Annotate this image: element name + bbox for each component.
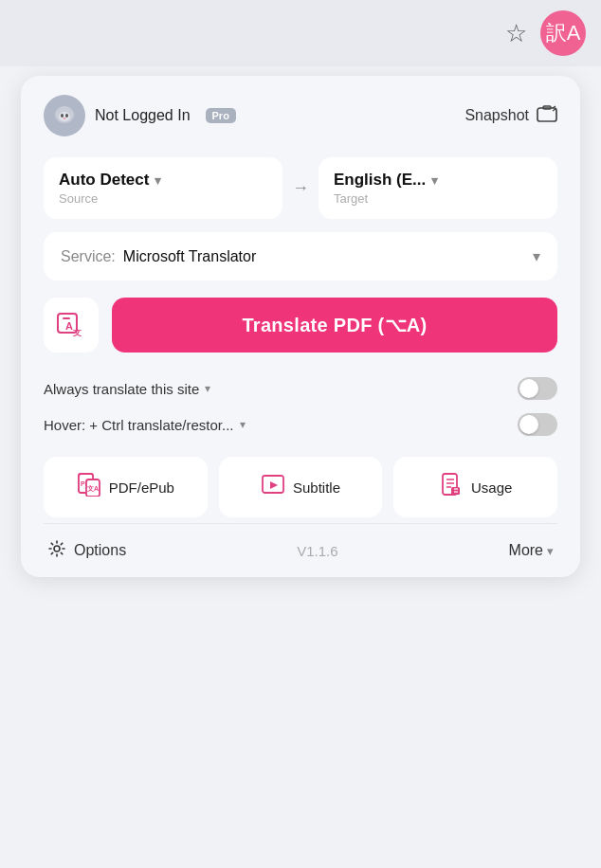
always-translate-toggle[interactable] [518, 377, 557, 400]
arrow-right-icon: → [292, 178, 309, 198]
translate-btn-label: Translate PDF (⌥A) [242, 315, 427, 335]
hover-translate-toggle[interactable] [518, 413, 557, 436]
source-lang-chevron: ▾ [155, 173, 161, 188]
footer: Options V1.1.6 More ▾ [44, 523, 557, 577]
options-button[interactable]: Options [47, 539, 126, 562]
star-button[interactable]: ☆ [505, 19, 527, 48]
pdf-epub-label: PDF/ePub [109, 479, 174, 496]
more-chevron-icon: ▾ [547, 544, 554, 558]
snapshot-button[interactable]: Snapshot [464, 105, 557, 127]
svg-text:文: 文 [73, 328, 82, 337]
svg-point-5 [61, 114, 64, 118]
target-lang-chevron: ▾ [431, 173, 438, 188]
svg-text:A: A [65, 320, 73, 332]
hover-translate-chevron: ▾ [240, 418, 246, 431]
svg-rect-13 [63, 317, 70, 319]
hover-translate-label: Hover: + Ctrl translate/restor... ▾ [44, 417, 518, 433]
snapshot-label: Snapshot [464, 107, 529, 124]
popup-container: Not Logged In Pro Snapshot Auto Detect ▾… [21, 76, 580, 577]
svg-rect-27 [451, 487, 460, 495]
version-text: V1.1.6 [297, 543, 337, 559]
subtitle-label: Subtitle [293, 479, 340, 496]
always-translate-chevron: ▾ [205, 382, 210, 395]
usage-label: Usage [471, 479, 512, 496]
source-lang-top: Auto Detect ▾ [59, 171, 161, 190]
svg-line-11 [553, 109, 555, 111]
hover-translate-row: Hover: + Ctrl translate/restor... ▾ [44, 409, 557, 440]
translate-row: A 文 Translate PDF (⌥A) [44, 298, 557, 353]
translate-icon-box: A 文 [44, 298, 99, 353]
more-button[interactable]: More ▾ [509, 542, 554, 559]
svg-point-7 [64, 118, 66, 119]
service-chevron: ▾ [533, 247, 540, 265]
app-icon-button[interactable]: 訳A [540, 10, 586, 56]
svg-point-30 [54, 546, 60, 552]
source-language-button[interactable]: Auto Detect ▾ Source [44, 157, 282, 219]
usage-button[interactable]: Usage [393, 457, 557, 517]
pdf-epub-button[interactable]: PDF 文A PDF/ePub [44, 457, 208, 517]
subtitle-button[interactable]: Subtitle [219, 457, 383, 517]
snapshot-icon [537, 105, 557, 127]
options-label: Options [74, 542, 126, 559]
more-label: More [509, 542, 543, 559]
pdf-epub-icon: PDF 文A [77, 472, 101, 502]
target-language-button[interactable]: English (E... ▾ Target [319, 157, 557, 219]
service-row[interactable]: Service: Microsoft Translator ▾ [44, 232, 557, 280]
target-lang-top: English (E... ▾ [334, 171, 438, 190]
target-lang-sub: Target [334, 191, 368, 206]
top-bar: ☆ 訳A [0, 0, 601, 66]
header: Not Logged In Pro Snapshot [44, 95, 557, 136]
avatar [44, 95, 85, 136]
always-translate-row: Always translate this site ▾ [44, 373, 557, 404]
app-icon-label: 訳A [546, 19, 581, 47]
translate-pdf-button[interactable]: Translate PDF (⌥A) [112, 298, 557, 353]
language-row: Auto Detect ▾ Source → English (E... ▾ T… [44, 157, 557, 219]
always-translate-label: Always translate this site ▾ [44, 381, 518, 397]
usage-icon [439, 472, 464, 502]
user-info: Not Logged In Pro [44, 95, 236, 136]
svg-point-6 [65, 114, 68, 118]
pro-badge: Pro [206, 108, 236, 123]
subtitle-icon [261, 472, 285, 502]
not-logged-in-label: Not Logged In [95, 107, 191, 124]
source-lang-label: Auto Detect [59, 171, 149, 190]
gear-icon [47, 539, 66, 562]
svg-point-4 [59, 112, 70, 121]
svg-text:文A: 文A [87, 484, 99, 492]
service-value: Microsoft Translator [123, 248, 533, 265]
source-lang-sub: Source [59, 191, 98, 206]
features-row: PDF 文A PDF/ePub Subtitle [44, 457, 557, 517]
target-lang-label: English (E... [334, 171, 426, 190]
service-label: Service: [61, 248, 116, 265]
